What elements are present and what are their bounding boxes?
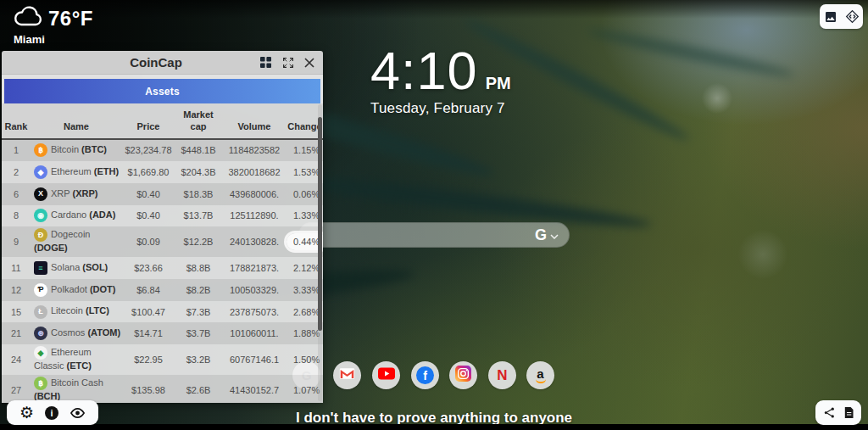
coincap-widget: CoinCap Assets Rank Name Price Market ca…	[2, 51, 323, 403]
col-volume: Volume	[222, 121, 287, 133]
col-name: Name	[31, 121, 122, 133]
amazon-icon: a	[536, 367, 546, 383]
bottom-bar	[0, 424, 868, 430]
coincap-table-body: 1 ฿Bitcoin (BTC) $23,234.78 $448.1B 1184…	[2, 140, 323, 404]
coin-rank: 27	[2, 385, 31, 395]
top-vignette	[0, 0, 868, 19]
coin-volume: 101060011.	[222, 328, 287, 338]
coin-volume: 3820018682	[222, 167, 287, 177]
netflix-icon: N	[497, 367, 507, 384]
coin-volume: 178821873.	[222, 263, 287, 273]
bitcoin-icon: ฿	[34, 143, 47, 157]
notes-icon[interactable]	[843, 406, 854, 419]
coincap-title: CoinCap	[2, 55, 259, 70]
weather-widget: 76°F Miami	[14, 5, 93, 46]
dogecoin-icon: Ð	[34, 228, 47, 242]
coin-name-cell: ƤPolkadot (DOT)	[31, 283, 122, 297]
coin-price: $100.47	[122, 307, 175, 317]
background-source-icon[interactable]	[845, 9, 860, 24]
coin-price: $135.98	[122, 385, 175, 395]
col-cap: Market cap	[175, 109, 222, 133]
expand-icon[interactable]	[281, 56, 295, 70]
coin-rank: 11	[2, 263, 31, 273]
clock-period: PM	[486, 74, 511, 93]
coin-price: $0.40	[122, 210, 175, 221]
coin-name-cell: ◉Cardano (ADA)	[31, 209, 122, 222]
coin-volume: 237875073.	[222, 307, 287, 317]
table-row[interactable]: 9 ÐDogecoin (DOGE) $0.09 $12.2B 24013082…	[2, 226, 323, 257]
close-icon[interactable]	[304, 58, 314, 68]
coin-volume: 439680006.	[222, 189, 287, 199]
table-row[interactable]: 8 ◉Cardano (ADA) $0.40 $13.7B 125112890.…	[2, 205, 323, 227]
coin-market-cap: $18.3B	[175, 189, 222, 199]
facebook-icon: f	[416, 366, 434, 384]
coin-rank: 21	[2, 328, 31, 338]
youtube-icon	[378, 367, 395, 383]
coin-name-cell: ฿Bitcoin Cash (BCH)	[31, 377, 122, 403]
temperature: 76°F	[48, 7, 93, 31]
background-controls	[820, 4, 863, 29]
coin-market-cap: $8.8B	[175, 263, 222, 273]
coin-name-cell: ◆Ethereum (ETH)	[31, 165, 122, 179]
coin-name-cell: ◆Ethereum Classic (ETC)	[31, 346, 122, 373]
coin-price: $14.71	[122, 328, 175, 338]
eye-icon[interactable]	[70, 407, 86, 419]
coin-name-cell: ฿Bitcoin (BTC)	[31, 143, 122, 157]
share-icon[interactable]	[823, 406, 836, 419]
coin-market-cap: $13.7B	[175, 210, 222, 221]
table-row[interactable]: 15 ŁLitecoin (LTC) $100.47 $7.3B 2378750…	[2, 301, 323, 323]
app-shortcut-facebook[interactable]: f	[411, 361, 439, 389]
grid-view-icon[interactable]	[259, 56, 272, 69]
litecoin-icon: Ł	[34, 305, 47, 319]
app-shortcut-instagram[interactable]	[449, 361, 477, 389]
table-row[interactable]: 24 ◆Ethereum Classic (ETC) $22.95 $3.2B …	[2, 344, 323, 375]
coin-rank: 2	[2, 167, 31, 177]
cloud-icon	[14, 5, 44, 32]
coin-name-cell: ÐDogecoin (DOGE)	[31, 228, 122, 255]
app-shortcut-youtube[interactable]	[372, 361, 400, 389]
tab-assets[interactable]: Assets	[4, 79, 320, 103]
cardano-icon: ◉	[34, 209, 47, 222]
col-rank: Rank	[2, 121, 31, 133]
coin-name-cell: ≡Solana (SOL)	[31, 261, 122, 275]
app-shortcut-netflix[interactable]: N	[488, 361, 516, 389]
coincap-titlebar[interactable]: CoinCap	[2, 51, 323, 75]
settings-gear-icon[interactable]: ⚙	[19, 405, 34, 421]
table-header: Rank Name Price Market cap Volume Change	[2, 103, 323, 140]
coin-rank: 1	[2, 145, 31, 155]
coin-market-cap: $448.1B	[175, 145, 222, 155]
table-row[interactable]: 1 ฿Bitcoin (BTC) $23,234.78 $448.1B 1184…	[2, 140, 323, 162]
coin-rank: 9	[2, 237, 31, 247]
google-logo-icon: G	[535, 227, 547, 243]
coin-rank: 24	[2, 355, 31, 365]
coin-price: $6.84	[122, 285, 175, 295]
table-row[interactable]: 12 ƤPolkadot (DOT) $6.84 $8.2B 100503329…	[2, 279, 323, 301]
coin-volume: 60767146.1	[222, 355, 287, 365]
coin-rank: 15	[2, 307, 31, 317]
table-row[interactable]: 27 ฿Bitcoin Cash (BCH) $135.98 $2.6B 414…	[2, 375, 323, 403]
ethereum-classic-icon: ◆	[34, 346, 47, 360]
coin-name-cell: ŁLitecoin (LTC)	[31, 304, 122, 318]
app-shortcut-amazon[interactable]: a	[526, 361, 554, 389]
coin-price: $0.09	[122, 237, 175, 247]
app-shortcut-gmail[interactable]	[333, 361, 361, 389]
coin-price: $0.40	[122, 189, 175, 199]
cosmos-icon: ⊛	[34, 327, 47, 340]
table-row[interactable]: 6 XXRP (XRP) $0.40 $18.3B 439680006. 0.0…	[2, 183, 323, 205]
clock-widget: 4:10 PM Tuesday, February 7	[370, 44, 511, 117]
info-icon[interactable]: i	[45, 406, 58, 420]
coin-market-cap: $8.2B	[175, 285, 222, 295]
coin-volume: 41430152.7	[222, 385, 287, 395]
col-price: Price	[122, 121, 175, 133]
share-controls	[815, 400, 861, 425]
table-row[interactable]: 21 ⊛Cosmos (ATOM) $14.71 $3.7B 101060011…	[2, 322, 323, 344]
search-bar[interactable]: G	[298, 222, 570, 248]
table-row[interactable]: 11 ≡Solana (SOL) $23.66 $8.8B 178821873.…	[2, 257, 323, 279]
clock-time: 4:10	[370, 44, 478, 98]
chevron-down-icon[interactable]	[550, 227, 559, 243]
scrollbar-thumb[interactable]	[318, 117, 322, 331]
wallpaper-icon[interactable]	[824, 10, 837, 24]
gmail-icon	[339, 367, 355, 383]
table-row[interactable]: 2 ◆Ethereum (ETH) $1,669.80 $204.3B 3820…	[2, 161, 323, 183]
coin-volume: 1184823582	[222, 145, 287, 155]
